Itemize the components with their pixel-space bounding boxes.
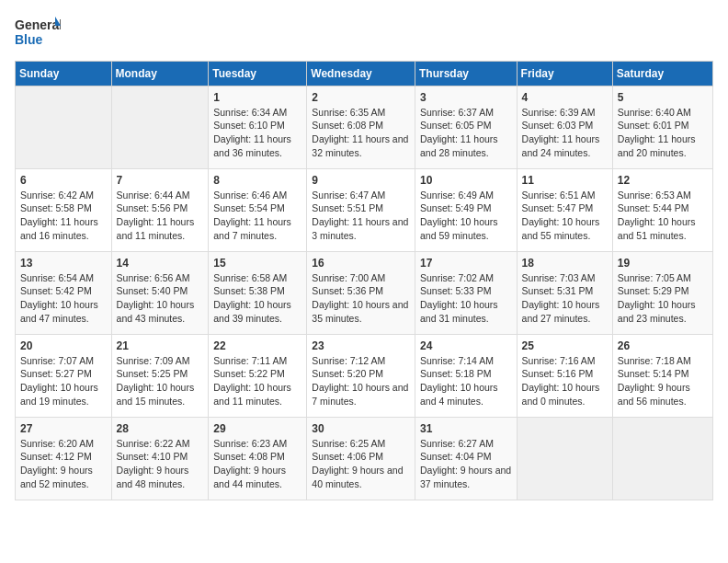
day-info: Sunrise: 7:11 AMSunset: 5:22 PMDaylight:…: [213, 354, 301, 408]
day-cell: 8Sunrise: 6:46 AMSunset: 5:54 PMDaylight…: [209, 169, 307, 252]
day-info: Sunrise: 7:03 AMSunset: 5:31 PMDaylight:…: [522, 271, 608, 326]
day-number: 21: [117, 339, 204, 354]
header-cell-friday: Friday: [517, 62, 612, 86]
day-cell: 28Sunrise: 6:22 AMSunset: 4:10 PMDayligh…: [111, 418, 209, 500]
day-cell: 18Sunrise: 7:03 AMSunset: 5:31 PMDayligh…: [517, 252, 612, 335]
day-cell: 13Sunrise: 6:54 AMSunset: 5:42 PMDayligh…: [16, 252, 112, 335]
day-cell: 16Sunrise: 7:00 AMSunset: 5:36 PMDayligh…: [307, 252, 415, 335]
day-info: Sunrise: 6:44 AMSunset: 5:56 PMDaylight:…: [117, 189, 204, 243]
day-info: Sunrise: 7:09 AMSunset: 5:25 PMDaylight:…: [117, 354, 204, 408]
day-number: 31: [420, 421, 512, 437]
day-number: 26: [618, 339, 708, 354]
day-number: 15: [213, 256, 301, 271]
week-row-3: 13Sunrise: 6:54 AMSunset: 5:42 PMDayligh…: [16, 252, 713, 335]
day-number: 18: [522, 256, 608, 271]
day-cell: 31Sunrise: 6:27 AMSunset: 4:04 PMDayligh…: [415, 418, 517, 500]
day-number: 20: [20, 339, 107, 354]
calendar-body: 1Sunrise: 6:34 AMSunset: 6:10 PMDaylight…: [16, 86, 713, 500]
day-cell: 3Sunrise: 6:37 AMSunset: 6:05 PMDaylight…: [415, 86, 517, 169]
header-row: SundayMondayTuesdayWednesdayThursdayFrid…: [16, 62, 713, 86]
day-cell: 24Sunrise: 7:14 AMSunset: 5:18 PMDayligh…: [415, 335, 517, 418]
day-cell: 27Sunrise: 6:20 AMSunset: 4:12 PMDayligh…: [16, 418, 112, 500]
day-info: Sunrise: 6:40 AMSunset: 6:01 PMDaylight:…: [618, 106, 708, 160]
day-number: 25: [522, 339, 608, 354]
day-info: Sunrise: 6:20 AMSunset: 4:12 PMDaylight:…: [20, 437, 107, 491]
day-cell: 9Sunrise: 6:47 AMSunset: 5:51 PMDaylight…: [307, 169, 415, 252]
day-info: Sunrise: 7:14 AMSunset: 5:18 PMDaylight:…: [420, 354, 512, 408]
day-cell: 25Sunrise: 7:16 AMSunset: 5:16 PMDayligh…: [517, 335, 612, 418]
day-info: Sunrise: 6:46 AMSunset: 5:54 PMDaylight:…: [213, 189, 301, 243]
day-cell: 19Sunrise: 7:05 AMSunset: 5:29 PMDayligh…: [612, 252, 712, 335]
header-cell-thursday: Thursday: [415, 62, 517, 86]
day-number: 6: [20, 173, 107, 189]
day-number: 23: [312, 339, 410, 354]
svg-text:Blue: Blue: [15, 32, 43, 47]
day-info: Sunrise: 7:00 AMSunset: 5:36 PMDaylight:…: [312, 271, 410, 326]
day-number: 29: [213, 421, 301, 437]
day-info: Sunrise: 6:47 AMSunset: 5:51 PMDaylight:…: [312, 189, 410, 243]
day-number: 8: [213, 173, 301, 189]
day-info: Sunrise: 7:18 AMSunset: 5:14 PMDaylight:…: [618, 354, 708, 408]
header-cell-monday: Monday: [111, 62, 209, 86]
day-number: 14: [117, 256, 204, 271]
header-cell-saturday: Saturday: [612, 62, 712, 86]
day-info: Sunrise: 6:35 AMSunset: 6:08 PMDaylight:…: [312, 106, 410, 160]
week-row-5: 27Sunrise: 6:20 AMSunset: 4:12 PMDayligh…: [16, 418, 713, 500]
day-number: 16: [312, 256, 410, 271]
day-info: Sunrise: 6:58 AMSunset: 5:38 PMDaylight:…: [213, 271, 301, 326]
day-cell: 7Sunrise: 6:44 AMSunset: 5:56 PMDaylight…: [111, 169, 209, 252]
day-number: 27: [20, 421, 107, 437]
day-info: Sunrise: 6:51 AMSunset: 5:47 PMDaylight:…: [522, 189, 608, 243]
day-info: Sunrise: 7:16 AMSunset: 5:16 PMDaylight:…: [522, 354, 608, 408]
day-cell: 1Sunrise: 6:34 AMSunset: 6:10 PMDaylight…: [209, 86, 307, 169]
day-cell: [612, 418, 712, 500]
day-info: Sunrise: 6:25 AMSunset: 4:06 PMDaylight:…: [312, 437, 410, 491]
day-cell: 5Sunrise: 6:40 AMSunset: 6:01 PMDaylight…: [612, 86, 712, 169]
day-info: Sunrise: 6:34 AMSunset: 6:10 PMDaylight:…: [213, 106, 301, 160]
day-number: 24: [420, 339, 512, 354]
day-info: Sunrise: 7:02 AMSunset: 5:33 PMDaylight:…: [420, 271, 512, 326]
day-cell: 6Sunrise: 6:42 AMSunset: 5:58 PMDaylight…: [16, 169, 112, 252]
day-cell: 26Sunrise: 7:18 AMSunset: 5:14 PMDayligh…: [612, 335, 712, 418]
day-cell: [517, 418, 612, 500]
day-number: 1: [213, 90, 301, 106]
day-cell: [111, 86, 209, 169]
day-number: 7: [117, 173, 204, 189]
day-info: Sunrise: 6:56 AMSunset: 5:40 PMDaylight:…: [117, 271, 204, 326]
day-number: 9: [312, 173, 410, 189]
week-row-2: 6Sunrise: 6:42 AMSunset: 5:58 PMDaylight…: [16, 169, 713, 252]
day-number: 30: [312, 421, 410, 437]
day-number: 11: [522, 173, 608, 189]
day-cell: 12Sunrise: 6:53 AMSunset: 5:44 PMDayligh…: [612, 169, 712, 252]
calendar-table: SundayMondayTuesdayWednesdayThursdayFrid…: [15, 61, 713, 500]
day-info: Sunrise: 6:27 AMSunset: 4:04 PMDaylight:…: [420, 437, 512, 491]
logo: General Blue: [15, 15, 61, 52]
day-cell: 2Sunrise: 6:35 AMSunset: 6:08 PMDaylight…: [307, 86, 415, 169]
header-cell-sunday: Sunday: [16, 62, 112, 86]
day-cell: 4Sunrise: 6:39 AMSunset: 6:03 PMDaylight…: [517, 86, 612, 169]
day-number: 5: [618, 90, 708, 106]
week-row-1: 1Sunrise: 6:34 AMSunset: 6:10 PMDaylight…: [16, 86, 713, 169]
day-cell: [16, 86, 112, 169]
day-info: Sunrise: 6:49 AMSunset: 5:49 PMDaylight:…: [420, 189, 512, 243]
day-cell: 23Sunrise: 7:12 AMSunset: 5:20 PMDayligh…: [307, 335, 415, 418]
header-cell-wednesday: Wednesday: [307, 62, 415, 86]
day-cell: 21Sunrise: 7:09 AMSunset: 5:25 PMDayligh…: [111, 335, 209, 418]
day-cell: 22Sunrise: 7:11 AMSunset: 5:22 PMDayligh…: [209, 335, 307, 418]
svg-text:General: General: [15, 17, 61, 32]
day-number: 4: [522, 90, 608, 106]
day-info: Sunrise: 6:53 AMSunset: 5:44 PMDaylight:…: [618, 189, 708, 243]
day-number: 22: [213, 339, 301, 354]
day-info: Sunrise: 6:39 AMSunset: 6:03 PMDaylight:…: [522, 106, 608, 160]
day-number: 19: [618, 256, 708, 271]
day-info: Sunrise: 7:12 AMSunset: 5:20 PMDaylight:…: [312, 354, 410, 408]
day-cell: 11Sunrise: 6:51 AMSunset: 5:47 PMDayligh…: [517, 169, 612, 252]
page-header: General Blue: [15, 15, 713, 52]
day-info: Sunrise: 6:54 AMSunset: 5:42 PMDaylight:…: [20, 271, 107, 326]
logo-svg: General Blue: [15, 15, 61, 52]
day-cell: 20Sunrise: 7:07 AMSunset: 5:27 PMDayligh…: [16, 335, 112, 418]
day-info: Sunrise: 7:07 AMSunset: 5:27 PMDaylight:…: [20, 354, 107, 408]
day-number: 13: [20, 256, 107, 271]
day-cell: 30Sunrise: 6:25 AMSunset: 4:06 PMDayligh…: [307, 418, 415, 500]
day-number: 17: [420, 256, 512, 271]
